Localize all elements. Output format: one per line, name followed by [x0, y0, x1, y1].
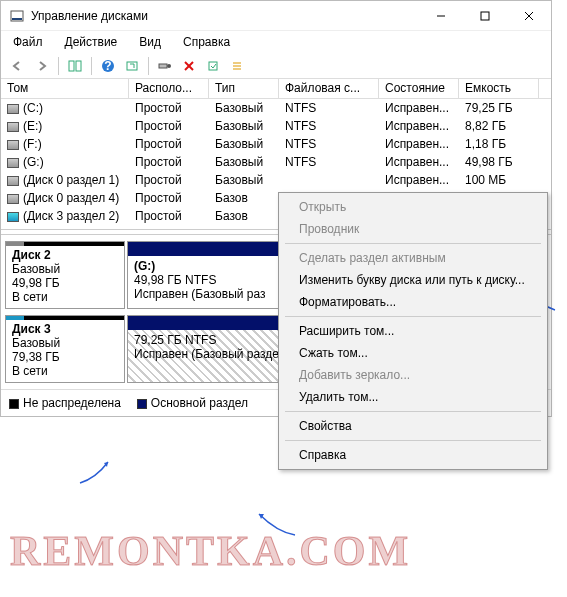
- drive-icon: [7, 122, 19, 132]
- swatch-icon: [137, 399, 147, 409]
- window-title: Управление дисками: [31, 9, 419, 23]
- svg-point-12: [167, 64, 171, 68]
- delete-button[interactable]: [178, 55, 200, 77]
- menu-separator: [285, 243, 541, 244]
- volume-row[interactable]: (F:)ПростойБазовыйNTFSИсправен...1,18 ГБ: [1, 135, 551, 153]
- svg-text:?: ?: [104, 59, 111, 73]
- context-menu: Открыть Проводник Сделать раздел активны…: [278, 192, 548, 470]
- forward-button[interactable]: [31, 55, 53, 77]
- col-type[interactable]: Тип: [209, 79, 279, 98]
- volume-row[interactable]: (C:)ПростойБазовыйNTFSИсправен...79,25 Г…: [1, 99, 551, 117]
- menu-help[interactable]: Справка: [179, 33, 234, 51]
- back-button[interactable]: [7, 55, 29, 77]
- legend-unallocated: Не распределена: [9, 396, 121, 410]
- drive-icon: [7, 212, 19, 222]
- disk-meta[interactable]: Диск 3Базовый79,38 ГБВ сети: [5, 315, 125, 383]
- ctx-delete[interactable]: Удалить том...: [279, 386, 547, 408]
- maximize-button[interactable]: [463, 2, 507, 30]
- drive-icon: [7, 176, 19, 186]
- swatch-icon: [9, 399, 19, 409]
- svg-rect-1: [12, 18, 22, 20]
- col-status[interactable]: Состояние: [379, 79, 459, 98]
- separator: [148, 57, 149, 75]
- refresh-button[interactable]: [121, 55, 143, 77]
- close-button[interactable]: [507, 2, 551, 30]
- col-filesystem[interactable]: Файловая с...: [279, 79, 379, 98]
- menu-file[interactable]: Файл: [9, 33, 47, 51]
- app-icon: [9, 8, 25, 24]
- menu-separator: [285, 316, 541, 317]
- drive-icon: [7, 104, 19, 114]
- annotation-arrow: [78, 458, 118, 491]
- watermark: REMONTKA.COM: [10, 527, 411, 575]
- legend-primary: Основной раздел: [137, 396, 248, 410]
- menubar: Файл Действие Вид Справка: [1, 31, 551, 53]
- drive-icon: [7, 158, 19, 168]
- ctx-change-letter[interactable]: Изменить букву диска или путь к диску...: [279, 269, 547, 291]
- menu-separator: [285, 411, 541, 412]
- volume-row[interactable]: (Диск 0 раздел 1)ПростойБазовыйИсправен.…: [1, 171, 551, 189]
- ctx-format[interactable]: Форматировать...: [279, 291, 547, 313]
- svg-rect-11: [159, 64, 167, 68]
- ctx-mirror: Добавить зеркало...: [279, 364, 547, 386]
- ctx-shrink[interactable]: Сжать том...: [279, 342, 547, 364]
- svg-rect-3: [481, 12, 489, 20]
- minimize-button[interactable]: [419, 2, 463, 30]
- ctx-open: Открыть: [279, 196, 547, 218]
- svg-rect-6: [69, 61, 74, 71]
- settings-button[interactable]: [154, 55, 176, 77]
- col-volume[interactable]: Том: [1, 79, 129, 98]
- ctx-make-active: Сделать раздел активным: [279, 247, 547, 269]
- col-capacity[interactable]: Емкость: [459, 79, 539, 98]
- ctx-explorer: Проводник: [279, 218, 547, 240]
- volume-list-header: Том Располо... Тип Файловая с... Состоян…: [1, 79, 551, 99]
- separator: [91, 57, 92, 75]
- menu-separator: [285, 440, 541, 441]
- ctx-properties[interactable]: Свойства: [279, 415, 547, 437]
- titlebar: Управление дисками: [1, 1, 551, 31]
- drive-icon: [7, 194, 19, 204]
- col-layout[interactable]: Располо...: [129, 79, 209, 98]
- show-console-button[interactable]: [64, 55, 86, 77]
- list-button[interactable]: [226, 55, 248, 77]
- menu-action[interactable]: Действие: [61, 33, 122, 51]
- drive-icon: [7, 140, 19, 150]
- help-button[interactable]: ?: [97, 55, 119, 77]
- ctx-extend[interactable]: Расширить том...: [279, 320, 547, 342]
- ctx-help[interactable]: Справка: [279, 444, 547, 466]
- volume-row[interactable]: (E:)ПростойБазовыйNTFSИсправен...8,82 ГБ: [1, 117, 551, 135]
- separator: [58, 57, 59, 75]
- volume-row[interactable]: (G:)ПростойБазовыйNTFSИсправен...49,98 Г…: [1, 153, 551, 171]
- properties-button[interactable]: [202, 55, 224, 77]
- toolbar: ?: [1, 53, 551, 79]
- svg-rect-15: [209, 62, 217, 70]
- svg-rect-7: [76, 61, 81, 71]
- svg-rect-10: [127, 62, 137, 70]
- disk-meta[interactable]: Диск 2Базовый49,98 ГБВ сети: [5, 241, 125, 309]
- menu-view[interactable]: Вид: [135, 33, 165, 51]
